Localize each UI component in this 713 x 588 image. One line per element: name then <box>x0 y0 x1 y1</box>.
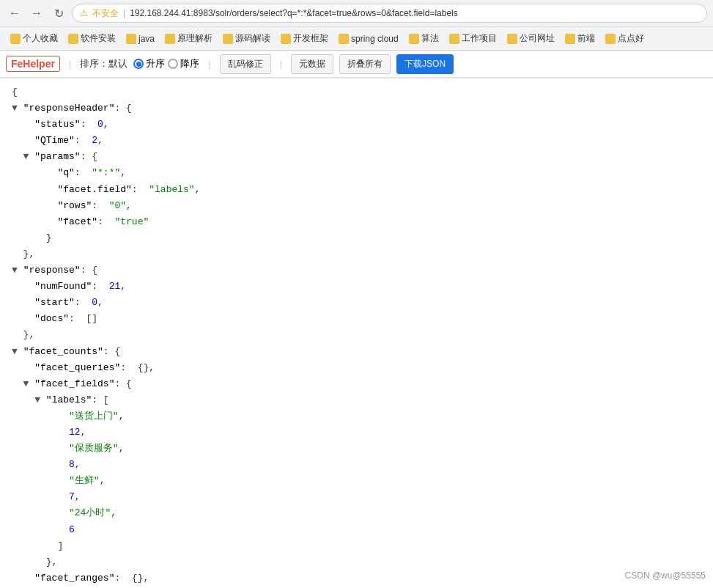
sort-label: 排序：默认 <box>80 57 128 70</box>
bookmark-item[interactable]: 个人收藏 <box>6 30 62 47</box>
refresh-button[interactable]: ↻ <box>50 4 67 22</box>
bookmark-label: 原理解析 <box>177 32 213 45</box>
bookmark-item[interactable]: 源码解读 <box>218 30 275 47</box>
toolbar-divider2: | <box>208 59 210 70</box>
bookmark-item[interactable]: 开发框架 <box>276 30 333 47</box>
star-icon <box>10 34 21 44</box>
bookmark-item[interactable]: 点点好 <box>601 30 649 47</box>
asc-radio-circle <box>133 59 144 69</box>
toggle-responseHeader[interactable]: ▼ <box>12 103 18 114</box>
bookmark-label: 工作项目 <box>462 32 497 45</box>
folder-icon <box>507 34 517 44</box>
watermark: CSDN @wu@55555 <box>625 570 706 581</box>
sort-asc-option[interactable]: 升序 <box>133 57 165 70</box>
bookmark-label: spring cloud <box>351 34 399 44</box>
folder-icon <box>605 34 616 44</box>
toggle-response[interactable]: ▼ <box>12 265 18 276</box>
bookmark-label: 点点好 <box>618 32 644 45</box>
folder-icon <box>223 34 233 44</box>
toggle-params[interactable]: ▼ <box>23 151 29 162</box>
bookmark-item[interactable]: 前端 <box>561 30 599 47</box>
bookmark-label: 算法 <box>421 32 439 45</box>
folder-icon <box>165 34 175 44</box>
bookmark-label: 源码解读 <box>235 32 270 45</box>
toggle-facet-fields[interactable]: ▼ <box>23 378 29 389</box>
folder-icon <box>281 34 291 44</box>
nav-bar: ← → ↻ ⚠ 不安全 | 192.168.244.41:8983/solr/o… <box>0 0 713 26</box>
bookmarks-bar: 个人收藏 软件安装 java 原理解析 源码解读 开发框架 spring clo… <box>0 26 713 50</box>
folder-icon <box>68 34 78 44</box>
sort-desc-option[interactable]: 降序 <box>168 57 199 70</box>
bookmark-item[interactable]: 工作项目 <box>445 30 501 47</box>
asc-label: 升序 <box>146 57 165 70</box>
bookmark-label: java <box>138 34 155 44</box>
toggle-labels[interactable]: ▼ <box>34 394 40 405</box>
collapse-button[interactable]: 折叠所有 <box>339 54 391 74</box>
address-bar[interactable]: ⚠ 不安全 | 192.168.244.41:8983/solr/orders/… <box>72 4 707 23</box>
folder-icon <box>409 34 419 44</box>
bookmark-label: 软件安装 <box>81 32 116 45</box>
desc-label: 降序 <box>180 57 199 70</box>
bookmark-label: 个人收藏 <box>23 32 58 45</box>
json-content: { ▼ "responseHeader": { "status": 0, "QT… <box>0 78 713 588</box>
fehelper-toolbar: FeHelper | 排序：默认 升序 降序 | 乱码修正 | 元数据 折叠所有… <box>0 51 713 78</box>
security-icon: ⚠ <box>80 8 88 18</box>
folder-icon <box>126 34 136 44</box>
toolbar-divider: | <box>69 59 71 70</box>
forward-button[interactable]: → <box>28 4 45 22</box>
download-button[interactable]: 下载JSON <box>396 54 454 74</box>
desc-radio-circle <box>168 59 178 69</box>
bookmark-item[interactable]: 公司网址 <box>503 30 559 47</box>
bookmark-label: 公司网址 <box>520 32 555 45</box>
folder-icon <box>565 34 575 44</box>
bookmark-item[interactable]: java <box>122 32 159 46</box>
fehelper-logo: FeHelper <box>6 56 60 72</box>
toolbar-divider3: | <box>280 59 282 70</box>
bookmark-item[interactable]: 软件安装 <box>64 30 120 47</box>
bookmark-label: 开发框架 <box>293 32 328 45</box>
bookmark-item[interactable]: 算法 <box>404 30 443 47</box>
back-button[interactable]: ← <box>6 4 23 22</box>
json-pre: { ▼ "responseHeader": { "status": 0, "QT… <box>12 84 701 588</box>
folder-icon <box>449 34 459 44</box>
sort-radio-group: 升序 降序 <box>133 57 199 70</box>
bookmark-label: 前端 <box>577 32 595 45</box>
security-label: 不安全 <box>92 7 119 20</box>
meta-button[interactable]: 元数据 <box>291 54 333 74</box>
folder-icon <box>339 34 349 44</box>
toggle-facet-counts[interactable]: ▼ <box>12 346 18 357</box>
bookmark-item[interactable]: spring cloud <box>334 32 403 46</box>
bookmark-item[interactable]: 原理解析 <box>160 30 217 47</box>
address-text: 192.168.244.41:8983/solr/orders/select?q… <box>130 8 458 18</box>
encode-button[interactable]: 乱码修正 <box>220 54 271 74</box>
